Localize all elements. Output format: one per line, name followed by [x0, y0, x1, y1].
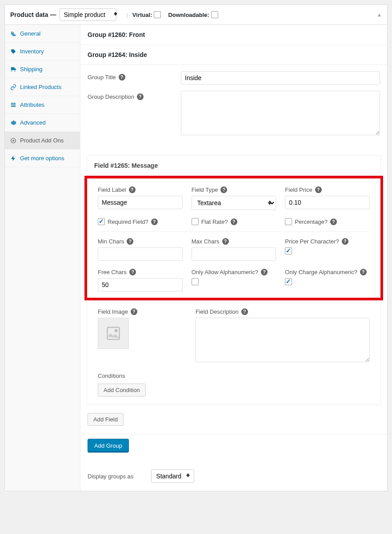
- add-condition-button[interactable]: Add Condition: [98, 384, 146, 396]
- group-title-label: Group Title ?: [88, 71, 181, 81]
- virtual-label: Virtual:: [132, 12, 152, 18]
- sidebar-item-general[interactable]: General: [5, 25, 80, 43]
- freechars-label: Free Chars?: [98, 269, 183, 275]
- help-icon[interactable]: ?: [129, 269, 136, 275]
- sidebar-item-advanced[interactable]: Advanced: [5, 114, 80, 132]
- field-type-select[interactable]: Textarea: [192, 196, 276, 210]
- truck-icon: [10, 66, 16, 73]
- help-icon[interactable]: ?: [330, 218, 337, 225]
- help-icon[interactable]: ?: [151, 218, 158, 225]
- help-icon[interactable]: ?: [127, 238, 133, 245]
- group-desc-textarea[interactable]: [181, 91, 380, 135]
- product-type-select[interactable]: Simple product: [60, 8, 116, 21]
- bolt-icon: [10, 155, 16, 162]
- help-icon[interactable]: ?: [131, 308, 137, 315]
- field-image-label: Field Image?: [98, 308, 187, 315]
- field-label-input[interactable]: [98, 196, 183, 209]
- group-1264-body: Group Title ? Group Description ?: [80, 65, 387, 149]
- chargealpha-label: Only Charge Alphanumeric??: [285, 269, 370, 275]
- sidebar-item-label: Attributes: [20, 101, 44, 108]
- sidebar-item-linked[interactable]: Linked Products: [5, 78, 80, 96]
- help-icon[interactable]: ?: [315, 186, 322, 193]
- sidebar: General Inventory Shipping Linked Produc…: [5, 25, 80, 491]
- sidebar-item-label: Inventory: [20, 48, 44, 55]
- help-icon[interactable]: ?: [129, 186, 136, 193]
- field-card: Field #1265: Message Field Label? Field …: [87, 155, 381, 405]
- freechars-input[interactable]: [98, 278, 183, 291]
- downloadable-checkbox[interactable]: [211, 11, 218, 18]
- field-desc-textarea[interactable]: [196, 318, 370, 362]
- sidebar-item-shipping[interactable]: Shipping: [5, 61, 80, 78]
- sidebar-item-label: Linked Products: [20, 84, 61, 90]
- group-desc-label: Group Description ?: [88, 91, 181, 100]
- sidebar-item-addons[interactable]: Product Add Ons: [5, 132, 80, 150]
- group-title-input[interactable]: [181, 71, 380, 85]
- help-icon[interactable]: ?: [119, 74, 125, 81]
- virtual-checkbox[interactable]: [154, 11, 161, 18]
- help-icon[interactable]: ?: [220, 186, 227, 193]
- display-groups-select[interactable]: Standard: [151, 469, 194, 483]
- tag-icon: [10, 49, 16, 55]
- field-price-label: Field Price?: [285, 186, 370, 193]
- alphanum-checkbox[interactable]: [192, 278, 199, 285]
- field-desc-label: Field Description?: [196, 308, 370, 315]
- percentage-label: Percentage?: [295, 218, 328, 225]
- help-icon[interactable]: ?: [241, 308, 248, 315]
- maxchars-input[interactable]: [192, 247, 276, 261]
- plus-circle-icon: [10, 138, 16, 144]
- sidebar-item-more[interactable]: Get more options: [5, 150, 80, 167]
- help-icon[interactable]: ?: [222, 238, 229, 245]
- percentage-checkbox[interactable]: [285, 218, 292, 225]
- sidebar-item-label: Product Add Ons: [20, 137, 64, 144]
- field-type-label: Field Type?: [192, 186, 276, 193]
- add-field-button[interactable]: Add Field: [88, 413, 124, 426]
- sidebar-item-label: General: [20, 30, 40, 37]
- field-image-placeholder[interactable]: [98, 318, 129, 349]
- minchars-input[interactable]: [98, 247, 183, 261]
- collapse-toggle[interactable]: ▲: [377, 12, 382, 17]
- sidebar-item-label: Shipping: [20, 66, 43, 73]
- downloadable-label: Downloadable:: [168, 12, 209, 18]
- svg-point-5: [115, 330, 117, 332]
- field-label-label: Field Label?: [98, 186, 183, 193]
- group-1260-header[interactable]: Group #1260: Front: [80, 25, 387, 45]
- image-icon: [105, 325, 121, 341]
- flatrate-checkbox[interactable]: [192, 218, 199, 225]
- svg-rect-1: [11, 104, 16, 105]
- help-icon[interactable]: ?: [231, 218, 237, 225]
- svg-rect-2: [11, 106, 16, 107]
- required-label: Required Field?: [108, 218, 148, 225]
- separator: |: [126, 12, 128, 18]
- sidebar-item-attributes[interactable]: Attributes: [5, 96, 80, 114]
- help-icon[interactable]: ?: [360, 269, 367, 275]
- sidebar-item-label: Advanced: [20, 119, 46, 126]
- help-icon[interactable]: ?: [342, 238, 348, 245]
- link-icon: [10, 84, 16, 90]
- maxchars-label: Max Chars?: [192, 238, 276, 245]
- help-icon[interactable]: ?: [261, 269, 268, 275]
- conditions-label: Conditions: [98, 372, 370, 379]
- svg-rect-0: [11, 103, 16, 104]
- flatrate-label: Flat Rate?: [201, 218, 228, 225]
- sidebar-item-label: Get more options: [20, 155, 64, 162]
- highlighted-section: Field Label? Field Type? Textarea: [84, 176, 383, 300]
- panel-header: Product data — Simple product | Virtual:…: [5, 5, 387, 25]
- display-groups-label: Display groups as: [88, 473, 133, 480]
- ppc-checkbox[interactable]: [285, 247, 292, 255]
- chargealpha-checkbox[interactable]: [285, 278, 292, 285]
- field-header[interactable]: Field #1265: Message: [87, 156, 380, 176]
- panel-title: Product data —: [10, 11, 56, 18]
- content: Group #1260: Front Group #1264: Inside G…: [80, 25, 387, 491]
- required-checkbox[interactable]: [98, 218, 105, 225]
- minchars-label: Min Chars?: [98, 238, 183, 245]
- group-1264-header[interactable]: Group #1264: Inside: [80, 45, 387, 65]
- wrench-icon: [10, 31, 16, 37]
- field-price-input[interactable]: [285, 196, 370, 209]
- help-icon[interactable]: ?: [137, 93, 144, 100]
- gear-icon: [10, 120, 16, 126]
- alphanum-label: Only Allow Alphanumeric??: [192, 269, 276, 275]
- product-data-panel: Product data — Simple product | Virtual:…: [4, 4, 388, 491]
- ppc-label: Price Per Character??: [285, 238, 370, 245]
- sidebar-item-inventory[interactable]: Inventory: [5, 43, 80, 61]
- add-group-button[interactable]: Add Group: [88, 439, 129, 453]
